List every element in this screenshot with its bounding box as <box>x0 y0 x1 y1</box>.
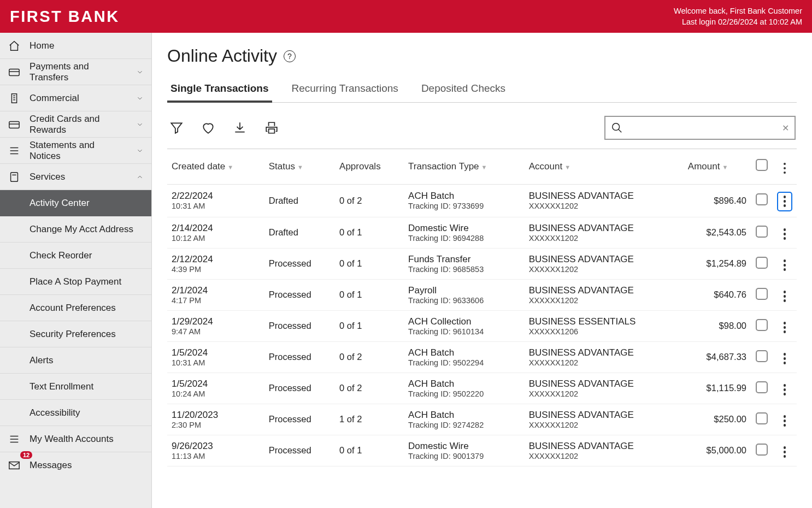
sidebar-item-accessibility[interactable]: Accessibility <box>0 400 151 426</box>
search-input[interactable] <box>626 123 779 133</box>
sidebar-item-text-enrollment[interactable]: Text Enrollment <box>0 374 151 400</box>
select-all-checkbox[interactable] <box>756 159 768 171</box>
table-row[interactable]: 9/26/202311:13 AMProcessed0 of 1Domestic… <box>167 435 797 466</box>
table-row[interactable]: 2/12/20244:39 PMProcessed0 of 1Funds Tra… <box>167 248 797 279</box>
row-time: 9:47 AM <box>172 327 260 336</box>
table-row[interactable]: 2/22/202410:31 AMDrafted0 of 2ACH BatchT… <box>167 184 797 217</box>
row-actions-menu[interactable] <box>778 350 791 367</box>
favorite-icon[interactable] <box>200 120 216 136</box>
row-checkbox[interactable] <box>756 288 768 300</box>
row-transaction-type: Domestic Wire <box>408 223 520 234</box>
sidebar-item-commercial[interactable]: Commercial <box>0 85 151 111</box>
col-amount[interactable]: Amount▼ <box>684 149 751 184</box>
row-account-name: BUSINESS ADVANTAGE <box>529 223 679 234</box>
row-transaction-type: ACH Batch <box>408 347 520 358</box>
search-box[interactable]: ✕ <box>604 116 796 140</box>
row-checkbox[interactable] <box>756 444 768 456</box>
table-row[interactable]: 1/5/202410:31 AMProcessed0 of 2ACH Batch… <box>167 341 797 373</box>
tab-single-transactions[interactable]: Single Transactions <box>167 77 272 103</box>
table-row[interactable]: 1/29/20249:47 AMProcessed0 of 1ACH Colle… <box>167 310 797 341</box>
sidebar-item-change-address[interactable]: Change My Acct Address <box>0 216 151 243</box>
sidebar-item-payments[interactable]: Payments and Transfers <box>0 59 151 85</box>
col-status[interactable]: Status▼ <box>264 149 335 184</box>
sidebar-item-credit[interactable]: Credit Cards and Rewards <box>0 111 151 138</box>
table-row[interactable]: 2/1/20244:17 PMProcessed0 of 1PayrollTra… <box>167 279 797 310</box>
sidebar-item-account-preferences[interactable]: Account Preferences <box>0 295 151 321</box>
row-approvals: 0 of 2 <box>335 341 404 373</box>
row-approvals: 1 of 2 <box>335 404 404 435</box>
svg-point-17 <box>613 123 620 131</box>
row-checkbox[interactable] <box>756 412 768 424</box>
sort-arrow-icon: ▼ <box>564 164 570 170</box>
col-approvals: Approvals <box>335 149 404 184</box>
filter-icon[interactable] <box>168 120 185 136</box>
tab-deposited-checks[interactable]: Deposited Checks <box>418 77 509 102</box>
sidebar-item-label: Security Preferences <box>30 329 116 340</box>
row-actions-menu[interactable] <box>778 226 791 242</box>
svg-rect-0 <box>9 69 19 75</box>
row-actions-menu[interactable] <box>778 381 791 398</box>
row-checkbox[interactable] <box>756 381 768 393</box>
main-content: Online Activity ? Single Transactions Re… <box>152 33 812 508</box>
row-amount: $640.76 <box>684 279 751 310</box>
col-transaction-type[interactable]: Transaction Type▼ <box>404 149 525 184</box>
sidebar-item-home[interactable]: Home <box>0 33 151 59</box>
sidebar-item-label: Check Reorder <box>30 250 92 261</box>
home-icon <box>8 40 21 52</box>
row-tracking-id: Tracking ID: 9685853 <box>408 265 520 274</box>
row-account-name: BUSINESS ADVANTAGE <box>529 379 679 389</box>
col-account[interactable]: Account▼ <box>525 149 684 184</box>
clear-search-icon[interactable]: ✕ <box>782 123 789 133</box>
row-actions-menu[interactable] <box>778 257 791 273</box>
sidebar-item-security-preferences[interactable]: Security Preferences <box>0 321 151 347</box>
row-tracking-id: Tracking ID: 9502220 <box>408 389 520 398</box>
sidebar-item-activity-center[interactable]: Activity Center <box>0 190 151 216</box>
row-actions-menu[interactable] <box>778 288 791 304</box>
help-icon[interactable]: ? <box>284 50 296 62</box>
row-actions-menu[interactable] <box>778 444 791 460</box>
row-date: 11/20/2023 <box>172 410 260 421</box>
col-created-date[interactable]: Created date▼ <box>167 149 264 184</box>
sidebar-item-alerts[interactable]: Alerts <box>0 347 151 374</box>
sidebar-item-label: Place A Stop Payment <box>30 276 121 287</box>
download-icon[interactable] <box>232 120 248 136</box>
row-checkbox[interactable] <box>756 350 768 362</box>
svg-line-18 <box>619 129 622 133</box>
card-icon <box>8 66 21 78</box>
row-checkbox[interactable] <box>756 257 768 269</box>
svg-rect-16 <box>9 462 19 469</box>
row-actions-menu[interactable] <box>778 319 791 335</box>
row-checkbox[interactable] <box>756 319 768 331</box>
sidebar-item-services[interactable]: Services <box>0 164 151 190</box>
sidebar-item-stop-payment[interactable]: Place A Stop Payment <box>0 269 151 295</box>
row-actions-menu[interactable] <box>778 412 791 429</box>
sidebar: Home Payments and Transfers Commercial C… <box>0 33 152 508</box>
row-actions-menu[interactable] <box>777 192 792 211</box>
sidebar-item-statements[interactable]: Statements and Notices <box>0 138 151 164</box>
table-header-row: Created date▼ Status▼ Approvals Transact… <box>167 149 797 184</box>
row-amount: $2,543.05 <box>684 217 751 248</box>
sidebar-item-label: Account Preferences <box>30 303 116 314</box>
sidebar-item-check-reorder[interactable]: Check Reorder <box>0 243 151 269</box>
table-row[interactable]: 11/20/20232:30 PMProcessed1 of 2ACH Batc… <box>167 404 797 435</box>
tab-recurring-transactions[interactable]: Recurring Transactions <box>289 77 402 102</box>
table-row[interactable]: 2/14/202410:12 AMDrafted0 of 1Domestic W… <box>167 217 797 248</box>
header-actions-menu[interactable] <box>778 160 791 176</box>
row-account-name: BUSINESS ADVANTAGE <box>529 441 679 452</box>
brand-logo: FIRST BANK <box>10 8 120 26</box>
row-amount: $1,115.99 <box>684 373 751 404</box>
row-checkbox[interactable] <box>756 226 768 238</box>
row-checkbox[interactable] <box>756 193 768 205</box>
sidebar-item-label: Services <box>30 172 65 182</box>
calculator-icon <box>8 171 21 183</box>
table-row[interactable]: 1/5/202410:24 AMProcessed0 of 2ACH Batch… <box>167 373 797 404</box>
chevron-down-icon <box>136 147 144 155</box>
sidebar-item-wealth[interactable]: My Wealth Accounts <box>0 426 151 452</box>
sort-arrow-icon: ▼ <box>297 164 303 170</box>
row-date: 1/29/2024 <box>172 316 260 327</box>
print-icon[interactable] <box>263 120 280 136</box>
row-status: Processed <box>264 373 335 404</box>
row-transaction-type: ACH Batch <box>408 379 520 389</box>
sidebar-item-messages[interactable]: 12 Messages <box>0 452 151 479</box>
row-amount: $5,000.00 <box>684 435 751 466</box>
